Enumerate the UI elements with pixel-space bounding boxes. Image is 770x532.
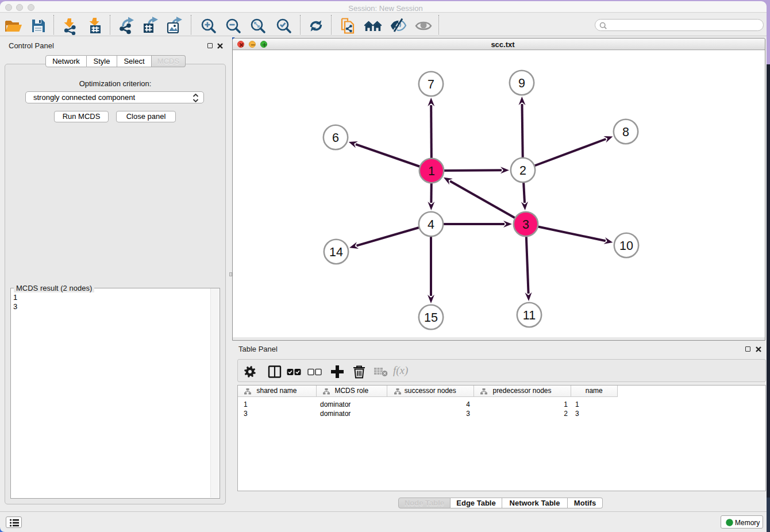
svg-text:4: 4 [428, 218, 434, 232]
svg-text:1: 1 [428, 164, 435, 178]
svg-text:2: 2 [519, 164, 526, 178]
svg-text:15: 15 [424, 311, 438, 325]
svg-text:9: 9 [518, 76, 525, 90]
svg-text:6: 6 [332, 131, 339, 145]
svg-text:3: 3 [522, 218, 529, 232]
svg-text:8: 8 [622, 125, 629, 139]
svg-text:10: 10 [619, 239, 633, 253]
svg-text:14: 14 [329, 245, 343, 259]
svg-text:11: 11 [523, 309, 536, 322]
svg-text:7: 7 [428, 78, 434, 91]
